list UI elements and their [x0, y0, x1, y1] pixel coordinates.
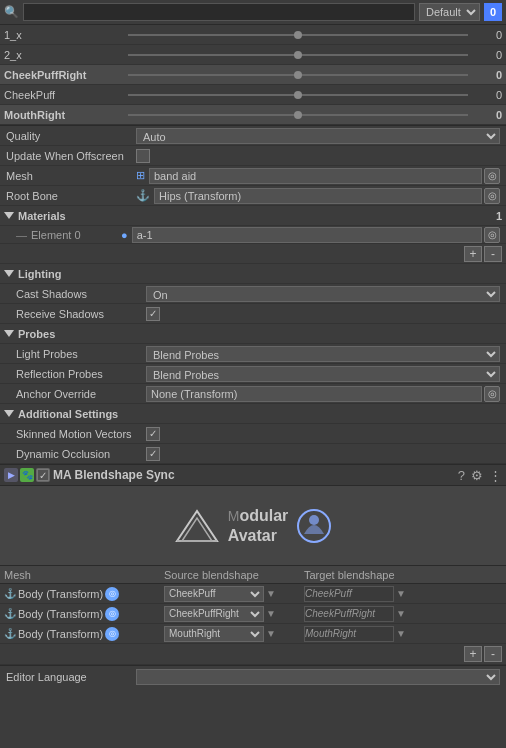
- comp-checkbox[interactable]: [36, 468, 50, 482]
- bs-mesh-picker-2[interactable]: ◎: [105, 627, 119, 641]
- bs-col-target-header: Target blendshape: [304, 569, 502, 581]
- slider-track[interactable]: [128, 74, 468, 76]
- materials-triangle: [4, 212, 14, 219]
- bs-target-input-2[interactable]: [304, 626, 394, 642]
- skinned-motion-row: Skinned Motion Vectors: [0, 424, 506, 444]
- anchor-override-input[interactable]: [146, 386, 482, 402]
- reflection-probes-dropdown[interactable]: Blend Probes: [146, 366, 500, 382]
- bs-data-row: ⚓ Body (Transform) ◎ CheekPuffRight ▼ ▼: [0, 604, 506, 624]
- bs-mesh-picker-0[interactable]: ◎: [105, 587, 119, 601]
- bs-data-row: ⚓ Body (Transform) ◎ MouthRight ▼ ▼: [0, 624, 506, 644]
- logo-text-bottom: Avatar: [228, 526, 289, 545]
- probes-header[interactable]: Probes: [0, 324, 506, 344]
- slider-value: 0: [472, 89, 502, 101]
- slider-track[interactable]: [128, 54, 468, 56]
- element-value-input[interactable]: [132, 227, 482, 243]
- bs-target-input-0[interactable]: [304, 586, 394, 602]
- component-menu-btn[interactable]: ⋮: [489, 468, 502, 483]
- root-bone-row: Root Bone ⚓ ◎: [0, 186, 506, 206]
- slider-thumb[interactable]: [294, 31, 302, 39]
- slider-label: MouthRight: [4, 109, 124, 121]
- bs-col-mesh-header: Mesh: [4, 569, 164, 581]
- update-offscreen-checkbox[interactable]: [136, 149, 150, 163]
- anchor-override-picker-btn[interactable]: ◎: [484, 386, 500, 402]
- bs-target-arrow-2[interactable]: ▼: [396, 628, 406, 639]
- light-probes-label: Light Probes: [16, 348, 146, 360]
- bs-mesh-cell-2: ⚓ Body (Transform) ◎: [4, 627, 164, 641]
- slider-label: CheekPuff: [4, 89, 124, 101]
- root-bone-value: ⚓ ◎: [136, 188, 500, 204]
- mesh-picker-btn[interactable]: ◎: [484, 168, 500, 184]
- cast-shadows-dropdown[interactable]: On: [146, 286, 500, 302]
- bs-mesh-label-1: Body (Transform): [18, 608, 103, 620]
- quality-dropdown[interactable]: Auto: [136, 128, 500, 144]
- mesh-input[interactable]: [149, 168, 482, 184]
- probes-triangle: [4, 330, 14, 337]
- skinned-motion-label: Skinned Motion Vectors: [16, 428, 146, 440]
- bs-remove-btn[interactable]: -: [484, 646, 502, 662]
- materials-section: Materials 1 — Element 0 ● ◎ + -: [0, 206, 506, 264]
- slider-thumb[interactable]: [294, 51, 302, 59]
- component-icon-group: ▶ 🐾: [4, 468, 50, 482]
- logo-text-top: Modular: [228, 506, 289, 525]
- bs-source-dropdown-1[interactable]: CheekPuffRight: [164, 606, 264, 622]
- reflection-probes-row: Reflection Probes Blend Probes: [0, 364, 506, 384]
- search-bar: 🔍 Default 0: [0, 0, 506, 25]
- bs-add-btn[interactable]: +: [464, 646, 482, 662]
- lighting-header[interactable]: Lighting: [0, 264, 506, 284]
- component-enabled-checkbox[interactable]: [37, 469, 49, 481]
- bs-add-remove: + -: [0, 644, 506, 665]
- component-help-btn[interactable]: ?: [458, 468, 465, 483]
- bs-source-arrow-1[interactable]: ▼: [266, 608, 276, 619]
- slider-row: CheekPuffRight 0: [0, 65, 506, 85]
- materials-remove-btn[interactable]: -: [484, 246, 502, 262]
- dynamic-occlusion-checkbox[interactable]: [146, 447, 160, 461]
- bs-source-arrow-2[interactable]: ▼: [266, 628, 276, 639]
- root-bone-input[interactable]: [154, 188, 482, 204]
- bs-source-dropdown-0[interactable]: CheekPuff: [164, 586, 264, 602]
- mesh-value: ⊞ ◎: [136, 168, 500, 184]
- component-settings-btn[interactable]: ⚙: [471, 468, 483, 483]
- bs-source-arrow-0[interactable]: ▼: [266, 588, 276, 599]
- slider-row: MouthRight 0: [0, 105, 506, 125]
- editor-language-dropdown[interactable]: [136, 669, 500, 685]
- element-dash-icon: —: [16, 229, 27, 241]
- slider-thumb[interactable]: [294, 91, 302, 99]
- bs-target-cell-0: ▼: [304, 586, 502, 602]
- comp-icon-2: 🐾: [20, 468, 34, 482]
- bs-col-source-header: Source blendshape: [164, 569, 304, 581]
- slider-thumb[interactable]: [294, 111, 302, 119]
- bs-target-arrow-1[interactable]: ▼: [396, 608, 406, 619]
- bs-target-arrow-0[interactable]: ▼: [396, 588, 406, 599]
- slider-thumb[interactable]: [294, 71, 302, 79]
- bs-target-cell-1: ▼: [304, 606, 502, 622]
- bs-source-dropdown-2[interactable]: MouthRight: [164, 626, 264, 642]
- svg-marker-1: [182, 518, 212, 541]
- probes-label: Probes: [18, 328, 55, 340]
- receive-shadows-label: Receive Shadows: [16, 308, 146, 320]
- slider-track[interactable]: [128, 34, 468, 36]
- slider-track[interactable]: [128, 94, 468, 96]
- bs-target-cell-2: ▼: [304, 626, 502, 642]
- receive-shadows-checkbox[interactable]: [146, 307, 160, 321]
- skinned-motion-checkbox[interactable]: [146, 427, 160, 441]
- properties-section: Quality Auto Update When Offscreen Mesh …: [0, 125, 506, 206]
- avatar-logo: Modular Avatar: [0, 486, 506, 566]
- additional-settings-section: Additional Settings Skinned Motion Vecto…: [0, 404, 506, 464]
- anchor-override-label: Anchor Override: [16, 388, 146, 400]
- update-offscreen-value: [136, 149, 500, 163]
- bs-row-icon-0: ⚓: [4, 588, 16, 599]
- search-input[interactable]: [23, 3, 415, 21]
- light-probes-dropdown[interactable]: Blend Probes: [146, 346, 500, 362]
- materials-header[interactable]: Materials 1: [0, 206, 506, 226]
- bs-target-input-1[interactable]: [304, 606, 394, 622]
- default-dropdown[interactable]: Default: [419, 3, 480, 21]
- element-icon: ●: [121, 229, 128, 241]
- bs-mesh-picker-1[interactable]: ◎: [105, 607, 119, 621]
- materials-add-btn[interactable]: +: [464, 246, 482, 262]
- svg-point-4: [309, 515, 319, 525]
- additional-settings-header[interactable]: Additional Settings: [0, 404, 506, 424]
- element-picker-btn[interactable]: ◎: [484, 227, 500, 243]
- slider-track[interactable]: [128, 114, 468, 116]
- root-bone-picker-btn[interactable]: ◎: [484, 188, 500, 204]
